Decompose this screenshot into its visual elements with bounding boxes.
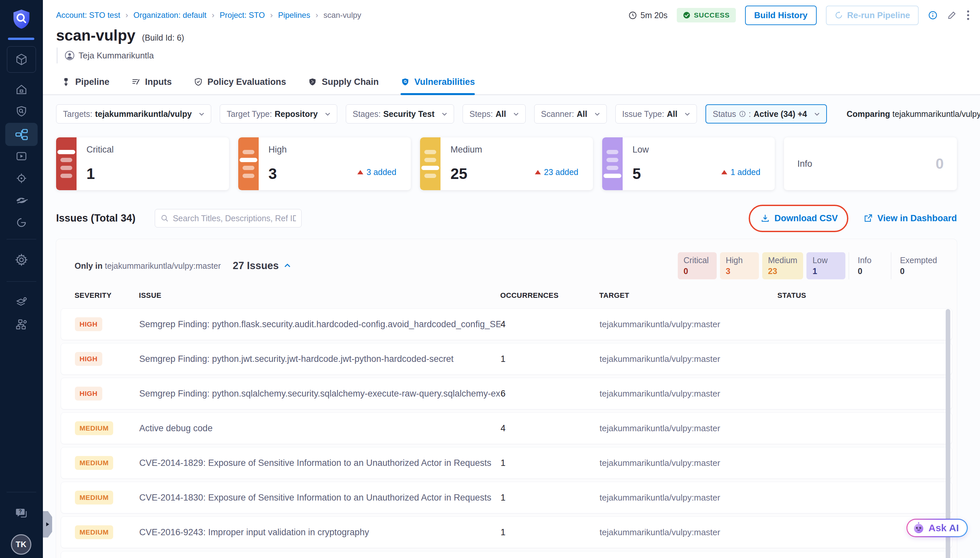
target-value: tejakummarikuntla/vulpy:master [600, 389, 778, 399]
issues-search[interactable] [155, 209, 302, 228]
tab-policy-evaluations[interactable]: Policy Evaluations [194, 69, 286, 94]
card-critical[interactable]: Critical 1 [56, 137, 229, 190]
sidebar-item-targets[interactable] [0, 172, 43, 185]
issue-title: Semgrep Finding: python.jwt.security.jwt… [139, 354, 501, 364]
download-csv-button[interactable]: Download CSV [761, 213, 838, 223]
title-row: scan-vulpy (Build Id: 6) [43, 26, 980, 44]
avatar[interactable]: TK [11, 534, 31, 555]
issue-title: CVE-2016-9243: Improper input validation… [139, 527, 501, 538]
target-value: tejakummarikuntla/vulpy:master [600, 492, 778, 503]
app-root: ? TK Account: STO test › Organization: d… [0, 0, 980, 558]
filter-steps[interactable]: Steps:All [463, 104, 526, 123]
table-row[interactable]: HIGH Semgrep Finding: python.sqlalchemy.… [61, 378, 952, 409]
sidebar-item-exemptions[interactable] [0, 194, 43, 207]
edit-pipeline-button[interactable] [947, 10, 957, 20]
target-value: tejakummarikuntla/vulpy:master [600, 458, 778, 468]
table-row[interactable]: HIGH Semgrep Finding: python.jwt.securit… [61, 343, 952, 375]
build-history-button[interactable]: Build History [745, 6, 817, 25]
tab-pipeline[interactable]: Pipeline [61, 69, 110, 94]
sidebar-item-account-settings[interactable] [0, 296, 43, 309]
rerun-pipeline-button[interactable]: Re-run Pipeline [826, 6, 919, 25]
filter-target-type[interactable]: Target Type:Repository [220, 104, 337, 123]
pipeline-info-button[interactable] [928, 10, 938, 20]
group-issue-count[interactable]: 27 Issues [232, 260, 291, 272]
main-area: Account: STO test › Organization: defaul… [43, 0, 980, 558]
card-medium[interactable]: Medium 25 23 added [420, 137, 593, 190]
chip-high[interactable]: High3 [720, 252, 759, 279]
table-row[interactable]: MEDIUM Active debug code 4 tejakummariku… [61, 412, 952, 444]
col-target: TARGET [599, 291, 777, 300]
shield-search-logo-icon [12, 8, 31, 30]
filter-scanner[interactable]: Scanner:All [534, 104, 607, 123]
sidebar-item-executions[interactable] [0, 150, 43, 162]
table-row[interactable]: MEDIUM CVE-2014-1829: Exposure of Sensit… [61, 447, 952, 479]
card-low[interactable]: Low 5 1 added [602, 137, 775, 190]
severity-badge: MEDIUM [75, 491, 113, 504]
tab-supply-chain[interactable]: Supply Chain [308, 69, 379, 94]
chip-low[interactable]: Low1 [807, 252, 845, 279]
chevron-down-icon [198, 111, 205, 117]
chip-medium[interactable]: Medium23 [762, 252, 803, 279]
added-count: 1 added [721, 167, 760, 177]
filter-issue-type[interactable]: Issue Type:All [615, 104, 697, 123]
chip-critical[interactable]: Critical0 [678, 252, 717, 279]
tabbar: Pipeline Inputs Policy Evaluations [43, 69, 980, 95]
module-selector-button[interactable] [7, 46, 36, 73]
tab-inputs[interactable]: Inputs [131, 69, 172, 94]
help-chat-icon: ? [15, 507, 28, 520]
breadcrumb-project[interactable]: Project: STO [220, 11, 265, 20]
tab-vulnerabilities[interactable]: Vulnerabilities [401, 69, 475, 94]
table-row[interactable]: MEDIUM CVE-2016-9243: Improper input val… [61, 516, 952, 548]
severity-bars-icon [238, 137, 259, 190]
more-options-button[interactable] [966, 10, 970, 21]
sidebar-item-get-started[interactable] [0, 216, 43, 229]
breadcrumb-account[interactable]: Account: STO test [56, 11, 120, 20]
sidebar-expand-handle[interactable] [43, 511, 52, 538]
col-issue: ISSUE [139, 291, 500, 300]
shield-check-icon [194, 77, 203, 87]
sidebar-item-org-settings[interactable] [0, 318, 43, 331]
search-icon [160, 214, 169, 223]
occurrences-value: 1 [501, 354, 600, 364]
breadcrumb-pipelines[interactable]: Pipelines [278, 11, 310, 20]
sidebar-divider [7, 492, 36, 492]
gear-icon [15, 253, 28, 267]
sidebar-item-overview[interactable] [0, 83, 43, 96]
chevron-down-icon [684, 111, 690, 117]
build-id-label: (Build Id: 6) [142, 33, 184, 43]
sidebar-item-pipelines-active[interactable] [5, 123, 38, 146]
filter-stages[interactable]: Stages:Security Test [346, 104, 454, 123]
build-duration: 5m 20s [628, 11, 668, 20]
added-count: 23 added [535, 167, 578, 177]
view-in-dashboard-button[interactable]: View in Dashboard [864, 213, 957, 223]
chevron-down-icon [324, 111, 331, 117]
chip-info[interactable]: Info0 [849, 252, 888, 279]
inputs-icon [131, 77, 141, 87]
sidebar-item-settings[interactable] [0, 253, 43, 267]
table-row[interactable]: HIGH Semgrep Finding: python.flask.secur… [61, 309, 952, 340]
issues-header-row: Issues (Total 34) Download CSV [56, 208, 957, 228]
issue-title: Semgrep Finding: python.flask.security.a… [139, 319, 501, 330]
search-input[interactable] [173, 213, 296, 223]
ask-ai-button[interactable]: Ask AI [906, 519, 968, 537]
issues-table-header: SEVERITY ISSUE OCCURRENCES TARGET STATUS [56, 290, 957, 300]
author-row: Teja Kummarikuntla [57, 48, 980, 63]
occurrences-value: 1 [501, 492, 600, 503]
severity-bars-icon [420, 137, 440, 190]
chip-exempted[interactable]: Exempted0 [891, 252, 943, 279]
severity-badge: MEDIUM [75, 421, 113, 435]
issue-title: Semgrep Finding: python.sqlalchemy.secur… [139, 389, 501, 399]
table-row[interactable]: MEDIUM CVE-2014-1830: Exposure of Sensit… [61, 482, 952, 514]
help-chat-button[interactable]: ? [0, 507, 43, 520]
filter-status[interactable]: Status : Active (34) +4 [705, 104, 827, 123]
table-row[interactable]: MEDIUM CVE-2017-11424: PyJWT: key confus… [61, 551, 952, 558]
breadcrumb-organization[interactable]: Organization: default [133, 11, 206, 20]
download-icon [761, 213, 770, 223]
sidebar-divider [7, 239, 36, 240]
card-info[interactable]: Info 0 [784, 137, 957, 190]
filter-targets[interactable]: Targets:tejakummarikuntla/vulpy [56, 104, 211, 123]
card-high[interactable]: High 3 3 added [238, 137, 411, 190]
breadcrumb: Account: STO test › Organization: defaul… [56, 11, 361, 20]
sto-logo[interactable] [0, 8, 43, 30]
sidebar-item-scans[interactable] [0, 105, 43, 118]
